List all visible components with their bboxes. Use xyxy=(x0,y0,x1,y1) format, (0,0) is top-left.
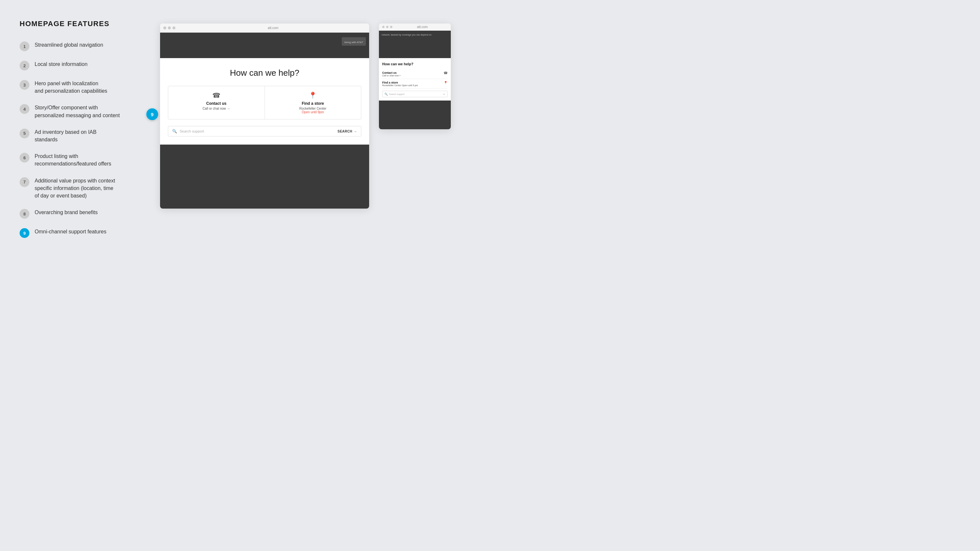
mini-dot-1 xyxy=(382,26,385,28)
feature-item-9: 9Omni-channel support features xyxy=(20,228,144,238)
mini-location-icon: 📍 xyxy=(444,81,447,84)
search-button[interactable]: SEARCH → xyxy=(337,130,357,133)
feature-list: 1Streamlined global navigation2Local sto… xyxy=(20,41,144,238)
support-cards: ☎ Contact us Call or chat now → 📍 Find a… xyxy=(168,86,361,119)
mini-contact-sub: Call or chat now > xyxy=(382,75,401,77)
search-placeholder: Search support xyxy=(180,129,335,133)
dark-top-text: being with AT&T xyxy=(344,41,363,44)
feature-item-7: 7Additional value props with context spe… xyxy=(20,177,144,200)
feature-number-2: 2 xyxy=(20,61,29,70)
search-row[interactable]: 🔍 Search support SEARCH → xyxy=(168,126,361,137)
mini-browser: att.com network, backed by coverage you … xyxy=(379,24,451,129)
mini-search-row[interactable]: 🔍 Search support → xyxy=(382,91,447,97)
location-icon: 📍 xyxy=(269,91,357,99)
feature-number-3: 3 xyxy=(20,80,29,90)
mini-browser-url: att.com xyxy=(397,25,447,29)
mini-support-area: How can we help? Contact us Call or chat… xyxy=(379,58,451,100)
feature-item-3: 3Hero panel with localization and person… xyxy=(20,79,144,95)
feature-item-2: 2Local store information xyxy=(20,60,144,70)
highlight-circle: 9 xyxy=(146,108,158,120)
feature-number-1: 1 xyxy=(20,41,29,51)
feature-text-7: Additional value props with context spec… xyxy=(35,177,115,200)
mini-contact-item[interactable]: Contact us Call or chat now > ☎ xyxy=(382,69,447,79)
support-title: How can we help? xyxy=(168,68,361,78)
mini-contact-left: Contact us Call or chat now > xyxy=(382,71,401,77)
mini-dot-2 xyxy=(386,26,388,28)
feature-text-1: Streamlined global navigation xyxy=(35,41,103,49)
feature-number-6: 6 xyxy=(20,153,29,162)
browser-dot-2 xyxy=(168,27,171,29)
mini-store-left: Find a store Rockefeller Center Open unt… xyxy=(382,81,418,86)
feature-number-4: 4 xyxy=(20,104,29,114)
feature-text-5: Ad inventory based on IAB standards xyxy=(35,128,96,143)
dark-top-inner: being with AT&T xyxy=(342,37,366,46)
search-icon: 🔍 xyxy=(172,129,177,133)
support-section: How can we help? ☎ Contact us Call or ch… xyxy=(160,58,369,144)
feature-text-4: Story/Offer component with personalized … xyxy=(35,104,120,119)
mini-store-title: Find a store xyxy=(382,81,418,84)
mini-phone-icon: ☎ xyxy=(444,71,447,75)
contact-card[interactable]: ☎ Contact us Call or chat now → xyxy=(168,86,265,119)
feature-number-5: 5 xyxy=(20,129,29,138)
store-sub1: Rockefeller Center xyxy=(269,107,357,110)
sidebar-title: HOMEPAGE FEATURES xyxy=(20,20,144,28)
feature-number-8: 8 xyxy=(20,209,29,219)
browser-dot-3 xyxy=(172,27,175,29)
main-browser: att.com being with AT&T How can we help?… xyxy=(160,24,369,209)
store-card[interactable]: 📍 Find a store Rockefeller Center Open u… xyxy=(265,86,361,119)
browser-dark-bottom xyxy=(160,144,369,209)
feature-number-7: 7 xyxy=(20,177,29,187)
mini-dot-3 xyxy=(390,26,392,28)
mini-contact-title: Contact us xyxy=(382,71,401,75)
highlight-number: 9 xyxy=(151,112,154,117)
browser-bar: att.com xyxy=(160,24,369,33)
feature-item-6: 6Product listing with recommendations/fe… xyxy=(20,152,144,167)
feature-item-4: 4Story/Offer component with personalized… xyxy=(20,104,144,119)
contact-sub: Call or chat now → xyxy=(173,107,260,110)
mini-search-placeholder: Search support xyxy=(389,93,441,95)
feature-item-1: 1Streamlined global navigation xyxy=(20,41,144,51)
feature-text-2: Local store information xyxy=(35,60,88,68)
feature-text-3: Hero panel with localization and persona… xyxy=(35,79,107,95)
mini-how-title: How can we help? xyxy=(382,62,447,66)
feature-item-8: 8Overarching brand benefits xyxy=(20,209,144,219)
phone-icon: ☎ xyxy=(173,91,260,99)
mini-search-arrow: → xyxy=(442,92,445,96)
mini-search-icon: 🔍 xyxy=(385,93,388,96)
feature-text-9: Omni-channel support features xyxy=(35,228,107,235)
feature-number-9: 9 xyxy=(20,228,29,238)
browser-dark-top: being with AT&T xyxy=(160,33,369,58)
contact-arrow: → xyxy=(227,107,230,110)
feature-text-8: Overarching brand benefits xyxy=(35,209,98,216)
store-title: Find a store xyxy=(269,101,357,106)
mini-browser-bar: att.com xyxy=(379,24,451,31)
contact-title: Contact us xyxy=(173,101,260,106)
browser-url: att.com xyxy=(180,26,366,30)
browser-dot-1 xyxy=(163,27,166,29)
mini-dark-text: network, backed by coverage you can depe… xyxy=(382,33,448,37)
feature-item-5: 5Ad inventory based on IAB standards xyxy=(20,128,144,143)
mini-dark-bottom xyxy=(379,100,451,129)
mini-store-sub: Rockefeller Center Open until 9 pm xyxy=(382,84,418,86)
store-sub2: Open until 9pm xyxy=(269,110,357,114)
sidebar: HOMEPAGE FEATURES 1Streamlined global na… xyxy=(20,20,144,238)
feature-text-6: Product listing with recommendations/fea… xyxy=(35,152,111,167)
mini-store-item[interactable]: Find a store Rockefeller Center Open unt… xyxy=(382,79,447,89)
mini-dark-top: network, backed by coverage you can depe… xyxy=(379,31,451,58)
